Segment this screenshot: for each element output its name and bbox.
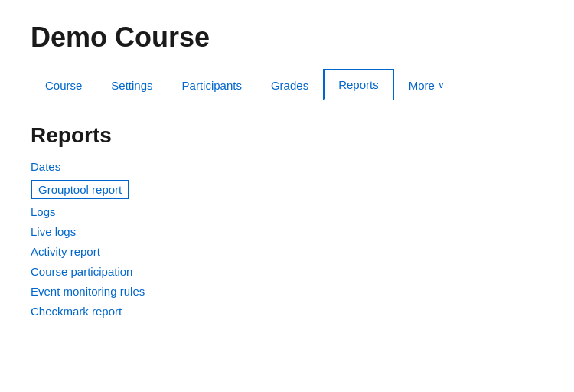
report-item-course-participation: Course participation — [31, 265, 543, 279]
page-wrapper: Demo Course CourseSettingsParticipantsGr… — [0, 0, 574, 341]
header: Demo Course CourseSettingsParticipantsGr… — [0, 0, 574, 100]
report-link-grouptool-report[interactable]: Grouptool report — [31, 180, 129, 199]
nav-tab-reports[interactable]: Reports — [323, 69, 394, 100]
report-item-grouptool-report: Grouptool report — [31, 180, 543, 199]
nav-tab-participants[interactable]: Participants — [168, 70, 256, 100]
nav-tabs: CourseSettingsParticipantsGradesReportsM… — [31, 69, 543, 100]
nav-tab-course[interactable]: Course — [31, 70, 96, 100]
report-link-checkmark-report[interactable]: Checkmark report — [31, 305, 122, 318]
nav-tab-more[interactable]: More∨ — [394, 70, 459, 100]
report-item-activity-report: Activity report — [31, 245, 543, 259]
course-title: Demo Course — [31, 21, 543, 54]
chevron-down-icon: ∨ — [438, 80, 445, 90]
nav-tab-grades[interactable]: Grades — [256, 70, 323, 100]
report-link-course-participation[interactable]: Course participation — [31, 265, 132, 278]
report-link-live-logs[interactable]: Live logs — [31, 225, 76, 238]
report-link-logs[interactable]: Logs — [31, 205, 56, 218]
nav-tab-settings[interactable]: Settings — [96, 70, 167, 100]
report-item-checkmark-report: Checkmark report — [31, 305, 543, 318]
content: Reports DatesGrouptool reportLogsLive lo… — [0, 100, 574, 341]
report-link-event-monitoring[interactable]: Event monitoring rules — [31, 285, 145, 298]
reports-section-title: Reports — [31, 123, 543, 148]
report-item-event-monitoring: Event monitoring rules — [31, 285, 543, 299]
report-link-activity-report[interactable]: Activity report — [31, 245, 100, 258]
report-item-dates: Dates — [31, 160, 543, 174]
tab-label-more: More — [409, 79, 435, 92]
reports-list: DatesGrouptool reportLogsLive logsActivi… — [31, 160, 543, 318]
report-link-dates[interactable]: Dates — [31, 160, 60, 173]
report-item-logs: Logs — [31, 205, 543, 219]
report-item-live-logs: Live logs — [31, 225, 543, 239]
